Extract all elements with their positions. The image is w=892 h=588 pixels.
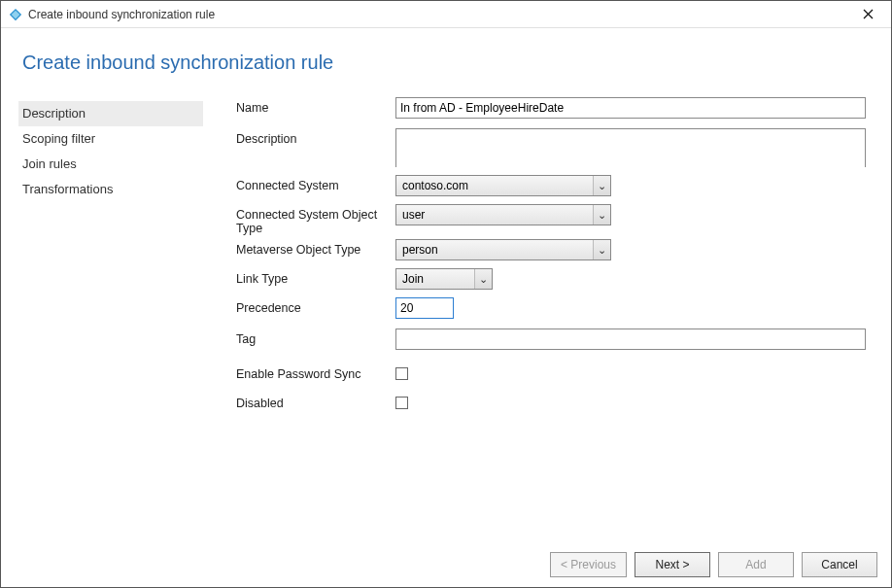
sidebar-item-label: Scoping filter	[22, 131, 95, 146]
label-mv-object-type: Metaverse Object Type	[236, 239, 395, 257]
next-button[interactable]: Next >	[635, 552, 710, 577]
sidebar-item-label: Join rules	[22, 156, 77, 171]
add-button[interactable]: Add	[718, 552, 794, 577]
label-connected-system: Connected System	[236, 175, 395, 192]
title-bar: Create inbound synchronization rule	[1, 1, 891, 28]
footer-buttons: < Previous Next > Add Cancel	[550, 552, 877, 577]
sidebar-item-label: Transformations	[22, 182, 113, 196]
dropdown-value: person	[402, 243, 438, 257]
label-tag: Tag	[236, 329, 395, 346]
dropdown-value: contoso.com	[402, 179, 468, 192]
sidebar-item-transformations[interactable]: Transformations	[18, 177, 203, 202]
previous-button[interactable]: < Previous	[550, 552, 627, 577]
sidebar-item-description[interactable]: Description	[18, 101, 203, 126]
tag-input[interactable]	[395, 329, 866, 350]
cs-object-type-dropdown[interactable]: user ⌄	[395, 204, 611, 225]
button-label: < Previous	[561, 558, 616, 571]
chevron-down-icon: ⌄	[593, 240, 610, 259]
dialog-window: Create inbound synchronization rule Crea…	[0, 0, 892, 588]
label-enable-password-sync: Enable Password Sync	[236, 363, 395, 381]
close-button[interactable]	[852, 4, 883, 25]
label-description: Description	[236, 128, 395, 146]
sidebar-item-label: Description	[22, 106, 86, 121]
label-disabled: Disabled	[236, 393, 395, 410]
link-type-dropdown[interactable]: Join ⌄	[395, 268, 493, 290]
precedence-input[interactable]	[395, 297, 454, 319]
sidebar-item-join-rules[interactable]: Join rules	[18, 152, 203, 177]
dropdown-value: Join	[402, 272, 424, 286]
window-title: Create inbound synchronization rule	[28, 8, 215, 21]
enable-password-sync-checkbox[interactable]	[395, 367, 408, 380]
label-link-type: Link Type	[236, 268, 395, 286]
wizard-steps-sidebar: Description Scoping filter Join rules Tr…	[18, 97, 203, 202]
description-input[interactable]	[395, 128, 866, 167]
label-cs-object-type: Connected System Object Type	[236, 204, 395, 235]
button-label: Cancel	[821, 558, 857, 571]
app-icon	[9, 8, 22, 21]
button-label: Next >	[655, 558, 689, 571]
page-heading: Create inbound synchronization rule	[22, 52, 874, 74]
button-label: Add	[745, 558, 766, 571]
label-name: Name	[236, 97, 395, 115]
dropdown-value: user	[402, 208, 425, 222]
chevron-down-icon: ⌄	[593, 205, 610, 225]
mv-object-type-dropdown[interactable]: person ⌄	[395, 239, 611, 260]
chevron-down-icon: ⌄	[474, 269, 492, 289]
sidebar-item-scoping-filter[interactable]: Scoping filter	[18, 126, 203, 152]
label-precedence: Precedence	[236, 297, 395, 315]
cancel-button[interactable]: Cancel	[802, 552, 877, 577]
form-area: Name Description Connected System	[203, 97, 874, 422]
name-input[interactable]	[395, 97, 866, 119]
disabled-checkbox[interactable]	[395, 397, 408, 409]
chevron-down-icon: ⌄	[593, 176, 610, 195]
connected-system-dropdown[interactable]: contoso.com ⌄	[395, 175, 611, 196]
